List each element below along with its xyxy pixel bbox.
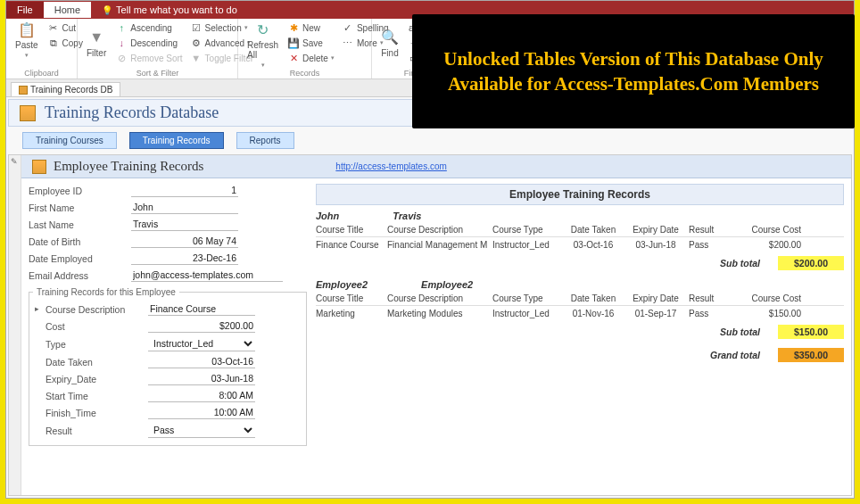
dob-field[interactable] (131, 235, 238, 248)
group-sort-label: Sort & Filter (78, 68, 237, 78)
refresh-button[interactable]: ↻Refresh All▾ (244, 21, 282, 69)
employee-id-field[interactable] (131, 184, 238, 197)
col-date-taken: Date Taken (564, 293, 626, 303)
db-title: Training Records Database (45, 103, 219, 122)
db-icon (20, 105, 36, 121)
find-icon: 🔍 (381, 29, 399, 46)
col-desc: Course Description (387, 225, 492, 235)
label-first-name: First Name (29, 202, 131, 213)
group-last-name: Employee2 (421, 279, 473, 290)
label-email: Email Address (29, 270, 131, 281)
group-records-label: Records (238, 68, 371, 78)
form-icon (19, 86, 28, 95)
sub-total-label: Sub total (720, 326, 760, 337)
col-expiry: Expiry Date (626, 293, 689, 303)
label-expiry-date: Expiry_Date (45, 374, 148, 384)
nav-records[interactable]: Training Records (129, 132, 224, 149)
col-expiry: Expiry Date (626, 225, 689, 235)
document-tab[interactable]: Training Records DB (11, 82, 120, 96)
save-icon: 💾 (287, 37, 300, 49)
subform-legend: Training Records for this Employee (33, 287, 179, 297)
label-start-time: Start Time (45, 391, 148, 401)
remove-sort-button[interactable]: ⊘Remove Sort (113, 51, 184, 65)
bulb-icon: 💡 (102, 5, 112, 15)
new-icon: ✱ (287, 21, 300, 34)
spelling-icon: ✓ (342, 21, 354, 34)
tell-me[interactable]: 💡Tell me what you want to do (91, 2, 248, 18)
record-selector[interactable]: ✎ (9, 155, 21, 495)
tab-home[interactable]: Home (44, 2, 91, 18)
filter-button[interactable]: ▼Filter (83, 21, 110, 65)
label-course-desc: Course Description (45, 304, 148, 315)
label-date-taken: Date Taken (45, 357, 148, 368)
type-select[interactable]: Instructor_Led (148, 336, 255, 351)
refresh-icon: ↻ (254, 21, 272, 38)
label-cost: Cost (45, 321, 148, 332)
delete-button[interactable]: ✕Delete▾ (285, 51, 336, 65)
copy-icon: ⧉ (47, 37, 60, 49)
date-employed-field[interactable] (131, 252, 238, 265)
col-desc: Course Description (387, 293, 492, 303)
form-link[interactable]: http://access-templates.com (335, 161, 447, 171)
first-name-field[interactable] (131, 201, 238, 214)
label-dob: Date of Birth (29, 236, 131, 247)
nav-reports[interactable]: Reports (236, 132, 294, 149)
table-row: Finance CourseFinancial Management MInst… (316, 237, 844, 252)
remove-sort-icon: ⊘ (115, 52, 128, 64)
label-type: Type (45, 339, 148, 350)
toggle-icon: ▼ (190, 52, 203, 64)
table-row: MarketingMarketing ModulesInstructor_Led… (316, 306, 844, 321)
form-header-icon (32, 160, 46, 174)
filter-icon: ▼ (87, 29, 105, 46)
label-employee-id: Employee ID (29, 186, 131, 196)
nav-courses[interactable]: Training Courses (22, 132, 117, 149)
grand-total-label: Grand total (710, 350, 760, 360)
col-result: Result (689, 293, 733, 303)
asc-icon: ↑ (115, 21, 128, 34)
advanced-icon: ⚙ (190, 37, 203, 49)
col-result: Result (689, 225, 733, 235)
cost-field[interactable] (148, 319, 255, 333)
col-cost: Course Cost (733, 293, 805, 303)
tab-file[interactable]: File (6, 2, 44, 18)
col-title: Course Title (316, 225, 387, 235)
finish-time-field[interactable] (148, 406, 255, 419)
expiry-date-field[interactable] (148, 372, 255, 385)
group-first-name: John (316, 211, 339, 221)
subform-record-selector[interactable]: ▸ (33, 302, 45, 442)
label-result: Result (45, 426, 148, 436)
col-cost: Course Cost (733, 225, 805, 235)
sub-total-value: $150.00 (778, 325, 844, 339)
course-desc-field[interactable] (148, 302, 255, 316)
last-name-field[interactable] (131, 218, 238, 231)
cut-icon: ✂ (47, 21, 60, 34)
more-icon: ⋯ (342, 37, 354, 49)
paste-button[interactable]: 📋Paste▾ (12, 21, 42, 59)
form-title: Employee Training Records (54, 159, 203, 174)
find-button[interactable]: 🔍Find (377, 21, 402, 65)
group-clipboard-label: Clipboard (6, 68, 77, 78)
col-date-taken: Date Taken (564, 225, 626, 235)
paste-icon: 📋 (18, 21, 36, 38)
result-select[interactable]: Pass (148, 423, 255, 438)
triangle-icon: ▸ (35, 304, 44, 317)
grand-total-value: $350.00 (778, 348, 844, 362)
pencil-icon: ✎ (11, 157, 20, 169)
label-last-name: Last Name (29, 219, 131, 230)
col-type: Course Type (492, 293, 564, 303)
col-title: Course Title (316, 293, 387, 303)
promo-text: Unlocked Tables Version of This Database… (412, 46, 855, 97)
descending-button[interactable]: ↓Descending (113, 36, 184, 50)
sub-total-label: Sub total (720, 258, 760, 269)
save-button[interactable]: 💾Save (285, 36, 336, 50)
report-title: Employee Training Records (320, 188, 839, 201)
start-time-field[interactable] (148, 389, 255, 402)
promo-overlay: Unlocked Tables Version of This Database… (412, 14, 855, 128)
date-taken-field[interactable] (148, 355, 255, 368)
selection-icon: ☑ (190, 21, 203, 34)
email-field[interactable] (131, 269, 283, 282)
desc-icon: ↓ (115, 37, 128, 49)
new-button[interactable]: ✱New (285, 21, 336, 35)
group-last-name: Travis (393, 211, 421, 221)
ascending-button[interactable]: ↑Ascending (113, 21, 184, 35)
